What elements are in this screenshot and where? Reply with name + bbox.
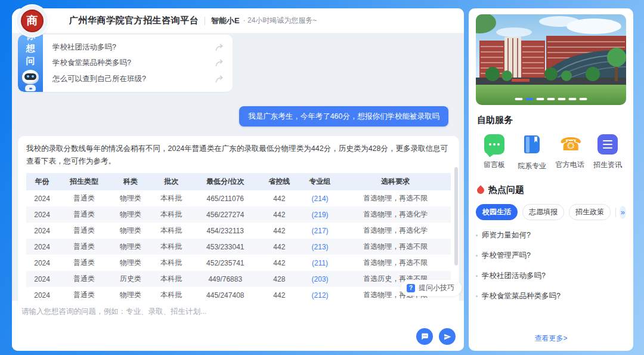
suggested-question-text: 学校食堂菜品种类多吗? <box>52 58 131 68</box>
table-cell: 普通类 <box>58 206 110 223</box>
carousel-dots <box>515 98 587 100</box>
table-cell: 首选物理，再选化学 <box>340 206 451 223</box>
table-cell: 442 <box>259 206 299 223</box>
table-cell: 445/247408 <box>191 287 259 301</box>
phone-icon: ☎ <box>560 134 580 155</box>
header-divider <box>205 17 205 25</box>
services-title: 自助服务 <box>477 115 625 126</box>
table-cell: 本科批 <box>151 271 191 287</box>
tab-application[interactable]: 志愿填报 <box>522 204 564 220</box>
table-cell: 442 <box>259 255 299 271</box>
table-cell: 428 <box>259 271 299 287</box>
table-cell: 442 <box>259 190 299 206</box>
table-cell: 物理类 <box>110 223 151 239</box>
admission-news-icon <box>597 134 618 155</box>
hot-question[interactable]: 师资力量如何? <box>476 225 626 245</box>
carousel-dot[interactable] <box>580 98 587 100</box>
tab-campus-life[interactable]: 校园生活 <box>476 204 518 220</box>
table-cell: 453/233041 <box>191 239 259 255</box>
message-input[interactable] <box>20 305 456 331</box>
feedback-button[interactable] <box>416 328 433 345</box>
message-board-icon <box>484 134 504 155</box>
major-group-link[interactable]: (219) <box>299 206 340 223</box>
table-cell: 2024 <box>26 287 58 301</box>
header: 商 广州华商学院官方招生咨询平台 智能小E · 24小时竭诚为您服务~ <box>12 8 464 33</box>
service-message-board[interactable]: 留言板 <box>477 134 512 171</box>
table-row: 2024普通类物理类本科批465/211076442(214)首选物理，再选不限 <box>26 190 451 206</box>
hot-question[interactable]: 学校管理严吗? <box>476 245 626 266</box>
table-row: 2024普通类历史类本科批449/76883428(203)首选历史，再选不限 <box>26 271 451 287</box>
carousel-dot[interactable] <box>558 98 566 100</box>
table-cell: 本科批 <box>151 239 191 255</box>
carousel-dot[interactable] <box>569 98 577 100</box>
suggested-questions-card: 猜你想问 学校社团活动多吗?学校食堂菜品种类多吗?怎么可以查到自己所在班级? <box>18 35 233 92</box>
table-cell: 普通类 <box>58 287 110 301</box>
table-cell: 2024 <box>26 223 58 239</box>
major-group-link[interactable]: (212) <box>299 287 340 301</box>
user-message-row: 我是广东考生，今年考了460分，想报你们学校能被录取吗 <box>239 106 448 126</box>
table-cell: 442 <box>259 239 299 255</box>
chat-area: 猜你想问 学校社团活动多吗?学校食堂菜品种类多吗?怎么可以查到自己所在班级? 我… <box>12 33 464 301</box>
major-group-link[interactable]: (213) <box>299 239 340 255</box>
service-phone[interactable]: ☎官方电话 <box>553 134 587 171</box>
hot-questions-title: 热点问题 <box>488 184 524 196</box>
question-tips-label: 提问小技巧 <box>419 283 454 293</box>
bot-reply-card: 我校的录取分数线每年的情况会稍有不同，2024年普通类在广东的录取最低分物理类为… <box>18 136 459 301</box>
hot-question[interactable]: 学校食堂菜品种类多吗? <box>476 286 626 306</box>
bot-reply-text: 我校的录取分数线每年的情况会稍有不同，2024年普通类在广东的录取最低分物理类为… <box>26 143 451 168</box>
service-departments[interactable]: 院系专业 <box>515 134 549 171</box>
table-header-cell: 专业组 <box>299 173 340 190</box>
table-cell: 本科批 <box>151 223 191 239</box>
major-group-link[interactable]: (217) <box>299 223 340 239</box>
carousel-dot[interactable] <box>515 98 523 100</box>
guess-ask-banner: 猜你想问 <box>18 35 43 92</box>
user-message-bubble: 我是广东考生，今年考了460分，想报你们学校能被录取吗 <box>239 106 448 126</box>
carousel-dot[interactable] <box>526 98 534 100</box>
campus-photo-carousel[interactable] <box>476 14 626 105</box>
table-cell: 454/232113 <box>191 223 259 239</box>
table-header-cell: 选科要求 <box>340 173 451 190</box>
hot-question-text: 学校食堂菜品种类多吗? <box>482 291 561 301</box>
view-more-link[interactable]: 查看更多> <box>469 334 633 344</box>
table-cell: 本科批 <box>151 255 191 271</box>
table-cell: 物理类 <box>110 239 151 255</box>
more-tabs-button[interactable]: » <box>620 206 626 219</box>
tab-policy[interactable]: 招生政策 <box>569 204 611 220</box>
send-button[interactable] <box>439 328 456 345</box>
admission-score-table: 年份招生类型科类批次最低分/位次省控线专业组选科要求 2024普通类物理类本科批… <box>26 173 451 301</box>
carousel-dot[interactable] <box>537 98 544 100</box>
suggested-question[interactable]: 学校食堂菜品种类多吗? <box>43 58 233 68</box>
bullet-dot <box>476 234 478 236</box>
suggested-question-list: 学校社团活动多吗?学校食堂菜品种类多吗?怎么可以查到自己所在班级? <box>43 35 233 92</box>
school-logo-emblem: 商 <box>21 10 44 32</box>
suggested-question-text: 怎么可以查到自己所在班级? <box>52 74 146 84</box>
table-cell: 452/235741 <box>191 255 259 271</box>
table-cell: 首选物理，再选不限 <box>340 190 451 206</box>
table-cell: 普通类 <box>58 190 110 206</box>
hot-question[interactable]: 学校社团活动多吗? <box>476 266 626 286</box>
table-cell: 本科批 <box>151 206 191 223</box>
suggested-question[interactable]: 学校社团活动多吗? <box>43 42 233 53</box>
chat-scrollbar[interactable] <box>454 167 458 266</box>
table-header-row: 年份招生类型科类批次最低分/位次省控线专业组选科要求 <box>26 173 451 190</box>
suggested-question[interactable]: 怎么可以查到自己所在班级? <box>43 74 233 84</box>
question-tips-button[interactable]: ? 提问小技巧 <box>401 280 462 296</box>
table-cell: 物理类 <box>110 255 151 271</box>
carousel-dot[interactable] <box>547 98 555 100</box>
major-group-link[interactable]: (214) <box>299 190 340 206</box>
major-group-link[interactable]: (211) <box>299 255 340 271</box>
guess-ask-label: 猜你想问 <box>26 35 35 67</box>
table-cell: 物理类 <box>110 206 151 223</box>
service-label: 院系专业 <box>518 161 546 171</box>
school-logo-icon: 商 <box>17 5 48 36</box>
bullet-dot <box>476 255 478 257</box>
major-group-link[interactable]: (203) <box>299 271 340 287</box>
chat-panel: 商 广州华商学院官方招生咨询平台 智能小E · 24小时竭诚为您服务~ 猜你想问 <box>12 8 464 351</box>
chat-bubble-icon <box>420 332 429 341</box>
table-row: 2024普通类物理类本科批452/235741442(211)首选物理，再选不限 <box>26 255 451 271</box>
service-news[interactable]: 招生资讯 <box>590 134 625 171</box>
table-cell: 465/211076 <box>191 190 259 206</box>
table-row: 2024普通类物理类本科批454/232113442(217)首选物理，再选化学 <box>26 223 451 239</box>
table-cell: 普通类 <box>58 223 110 239</box>
table-header-cell: 最低分/位次 <box>191 173 259 190</box>
